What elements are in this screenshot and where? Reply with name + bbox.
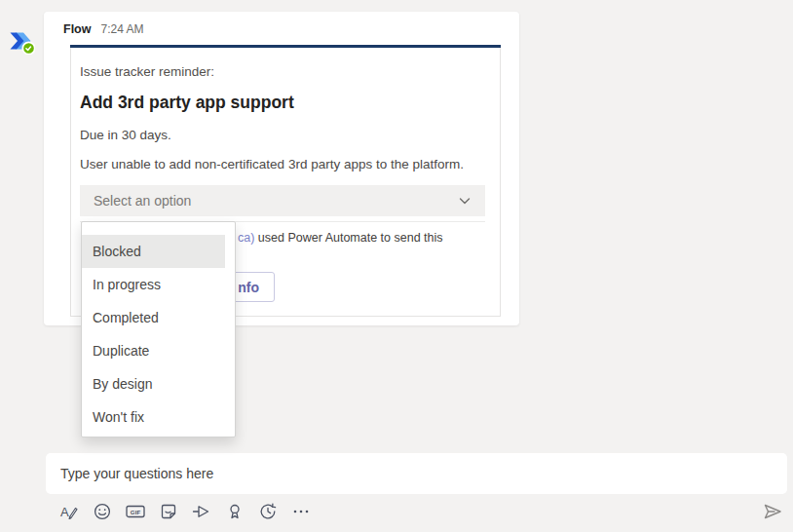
status-select-value: Select an option: [94, 193, 191, 209]
refresh-clock-button[interactable]: [257, 500, 279, 523]
refresh-clock-icon: [258, 502, 278, 521]
sticker-button[interactable]: [158, 500, 179, 523]
stream-button[interactable]: [191, 500, 212, 523]
flow-bot-avatar: [8, 27, 35, 55]
card-description: User unable to add non-certificated 3rd …: [80, 157, 464, 171]
sticker-icon: [159, 502, 178, 521]
praise-button[interactable]: [224, 500, 245, 523]
dropdown-option[interactable]: Duplicate: [82, 334, 235, 367]
stream-icon: [191, 502, 212, 521]
dropdown-option[interactable]: Completed: [82, 301, 235, 334]
dropdown-option[interactable]: Won't fix: [82, 400, 235, 434]
dropdown-option[interactable]: In progress: [82, 268, 235, 301]
compose-box: [46, 453, 787, 494]
send-button[interactable]: [760, 499, 785, 524]
card-footer-text: ca) used Power Automate to send this: [238, 231, 443, 245]
status-select[interactable]: Select an option: [80, 185, 485, 216]
compose-toolbar: A GIF: [58, 500, 312, 523]
card-title: Add 3rd party app support: [80, 93, 294, 113]
more-options-button[interactable]: [290, 500, 312, 523]
message-header: Flow 7:24 AM: [63, 22, 144, 36]
ellipsis-icon: [291, 502, 311, 521]
sender-name: Flow: [63, 22, 91, 36]
emoji-icon: [93, 502, 112, 521]
status-dropdown-menu: Blocked In progress Completed Duplicate …: [81, 221, 236, 437]
praise-icon: [226, 502, 244, 521]
gif-button[interactable]: GIF: [125, 500, 146, 523]
emoji-button[interactable]: [92, 500, 113, 523]
chevron-down-icon: [458, 194, 472, 208]
footer-sender-link[interactable]: ca): [238, 231, 254, 245]
message-timestamp: 7:24 AM: [100, 22, 143, 36]
power-automate-logo-icon: [8, 27, 35, 55]
svg-text:GIF: GIF: [131, 509, 141, 515]
format-button[interactable]: A: [58, 500, 80, 523]
card-due-text: Due in 30 days.: [80, 128, 171, 142]
dropdown-option[interactable]: Blocked: [82, 235, 225, 268]
message-input[interactable]: [46, 453, 787, 494]
gif-icon: GIF: [125, 502, 146, 521]
footer-attribution: used Power Automate to send this: [254, 231, 442, 245]
svg-text:A: A: [60, 505, 69, 519]
dropdown-option[interactable]: By design: [82, 367, 235, 400]
send-icon: [761, 500, 784, 523]
card-intro-text: Issue tracker reminder:: [80, 64, 214, 79]
teams-chat-view: Flow 7:24 AM Issue tracker reminder: Add…: [0, 0, 793, 532]
format-icon: A: [59, 502, 79, 521]
